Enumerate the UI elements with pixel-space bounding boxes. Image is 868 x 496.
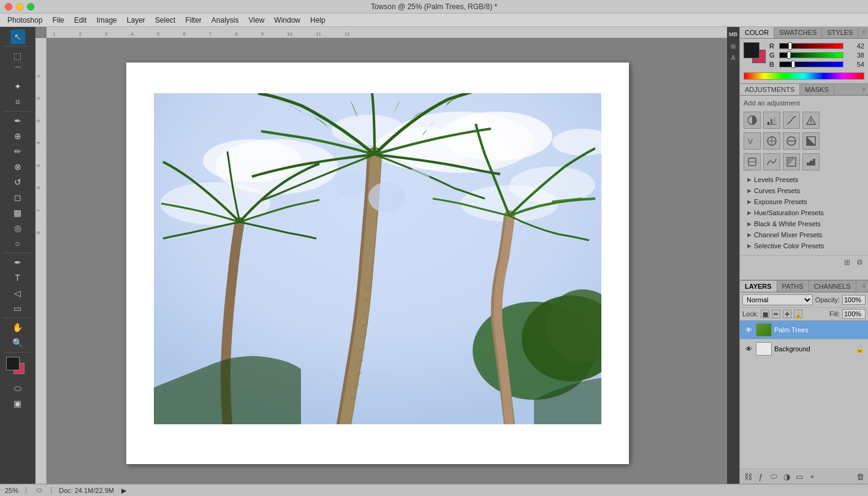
adj-brightness-contrast[interactable]	[744, 112, 761, 129]
adj-hue-sat[interactable]	[763, 132, 780, 150]
adj-black-white[interactable]	[802, 132, 820, 150]
tool-gradient[interactable]: ▦	[10, 205, 25, 220]
tab-styles[interactable]: STYLES	[822, 27, 858, 38]
tool-path-select[interactable]: ◁	[10, 286, 25, 300]
lock-position[interactable]: ✛	[783, 310, 791, 318]
menu-layer[interactable]: Layer	[122, 15, 150, 26]
tool-clone[interactable]: ⊗	[10, 159, 25, 174]
zoom-level[interactable]: 25%	[5, 487, 18, 494]
adj-link-icon[interactable]: ⊞	[842, 258, 852, 267]
layer-mask-btn[interactable]: ⬭	[768, 471, 779, 482]
layer-group-btn[interactable]: ▭	[794, 471, 805, 482]
layer-item-palm-trees[interactable]: 👁 Palm Trees	[740, 321, 868, 340]
tool-lasso[interactable]: ⌒	[10, 64, 25, 78]
r-slider-thumb[interactable]	[788, 42, 792, 50]
adj-channel-mixer[interactable]	[763, 153, 780, 170]
close-button[interactable]	[5, 3, 12, 10]
tab-adjustments[interactable]: ADJUSTMENTS	[740, 84, 800, 95]
tool-pen[interactable]: ✒	[10, 255, 25, 270]
status-proof-icon[interactable]: ⬭	[34, 486, 44, 495]
tool-dodge[interactable]: ○	[10, 236, 25, 251]
canvas-image[interactable]	[154, 93, 601, 424]
layer-style-btn[interactable]: ƒ	[755, 471, 766, 482]
fill-input[interactable]	[842, 309, 866, 319]
tab-color[interactable]: COLOR	[740, 27, 774, 38]
layer-delete-btn[interactable]: 🗑	[855, 471, 866, 482]
panel-icon-3[interactable]: A	[728, 53, 738, 63]
status-arrow-btn[interactable]: ▶	[121, 487, 129, 494]
panel-icon-2[interactable]: ⊞	[728, 41, 738, 51]
preset-levels[interactable]: ▶ Levels Presets	[744, 174, 864, 185]
tool-crop[interactable]: ⌗	[10, 94, 25, 109]
blend-mode-select[interactable]: Normal Multiply Screen	[742, 294, 813, 305]
menu-filter[interactable]: Filter	[180, 15, 207, 26]
tool-quick-select[interactable]: ✦	[10, 79, 25, 94]
g-slider-track[interactable]	[779, 52, 843, 58]
panel-options[interactable]: ≡	[858, 27, 868, 38]
preset-bw[interactable]: ▶ Black & White Presets	[744, 218, 864, 229]
maximize-button[interactable]	[27, 3, 34, 10]
tab-swatches[interactable]: SWATCHES	[774, 27, 822, 38]
tab-paths[interactable]: PATHS	[777, 281, 809, 292]
g-value[interactable]: 38	[846, 52, 864, 59]
tool-zoom[interactable]: 🔍	[10, 335, 25, 350]
lock-all[interactable]: 🔒	[794, 310, 802, 318]
menu-help[interactable]: Help	[305, 15, 330, 26]
tab-channels[interactable]: CHANNELS	[809, 281, 856, 292]
menu-file[interactable]: File	[47, 15, 69, 26]
adj-levels[interactable]	[763, 112, 780, 129]
preset-curves[interactable]: ▶ Curves Presets	[744, 185, 864, 196]
tool-quick-mask[interactable]: ⬭	[10, 381, 25, 395]
menu-view[interactable]: View	[244, 15, 270, 26]
tool-text[interactable]: T	[10, 270, 25, 285]
tool-history-brush[interactable]: ↺	[10, 175, 25, 189]
preset-exposure[interactable]: ▶ Exposure Presets	[744, 196, 864, 207]
menu-analysis[interactable]: Analysis	[207, 15, 244, 26]
foreground-swatch[interactable]	[744, 42, 760, 58]
menu-photoshop[interactable]: Photoshop	[2, 15, 47, 26]
adj-settings-icon[interactable]: ⚙	[855, 258, 864, 267]
adj-vibrance[interactable]: V	[744, 132, 761, 150]
menu-image[interactable]: Image	[91, 15, 121, 26]
preset-hue-sat[interactable]: ▶ Hue/Saturation Presets	[744, 207, 864, 218]
tool-brush[interactable]: ✏	[10, 144, 25, 159]
layer-visibility-palm-trees[interactable]: 👁	[744, 325, 753, 335]
b-value[interactable]: 54	[846, 61, 864, 68]
tool-marquee[interactable]: ⬚	[10, 48, 25, 63]
tool-move[interactable]: ↖	[10, 29, 25, 44]
tab-masks[interactable]: MASKS	[800, 84, 834, 95]
foreground-color-swatch[interactable]	[6, 357, 20, 370]
adj-invert[interactable]	[783, 153, 800, 170]
tool-screen-mode[interactable]: ▣	[10, 396, 25, 411]
g-slider-thumb[interactable]	[787, 52, 791, 59]
adj-color-balance[interactable]	[783, 132, 800, 150]
opacity-input[interactable]	[842, 295, 866, 305]
menu-window[interactable]: Window	[269, 15, 305, 26]
layer-adj-btn[interactable]: ◑	[781, 471, 792, 482]
adj-curves[interactable]	[783, 112, 800, 129]
b-slider-track[interactable]	[779, 61, 843, 67]
layer-new-btn[interactable]: +	[807, 471, 818, 482]
layer-item-background[interactable]: 👁 Background 🔒	[740, 340, 868, 359]
b-slider-thumb[interactable]	[791, 61, 795, 68]
preset-channel-mixer[interactable]: ▶ Channel Mixer Presets	[744, 229, 864, 240]
layers-panel-options[interactable]: ≡	[856, 281, 868, 292]
tool-spot-heal[interactable]: ⊕	[10, 129, 25, 143]
tool-eraser[interactable]: ◻	[10, 190, 25, 205]
adj-exposure[interactable]	[802, 112, 820, 129]
lock-image[interactable]: ✏	[772, 310, 780, 318]
tool-shape[interactable]: ▭	[10, 301, 25, 316]
tool-blur[interactable]: ◎	[10, 221, 25, 235]
panel-icon-1[interactable]: MB	[728, 29, 738, 39]
layer-visibility-background[interactable]: 👁	[744, 344, 753, 354]
adj-panel-options[interactable]: ≡	[834, 84, 868, 95]
preset-selective-color[interactable]: ▶ Selective Color Presets	[744, 240, 864, 251]
color-spectrum[interactable]	[744, 72, 864, 80]
menu-edit[interactable]: Edit	[69, 15, 92, 26]
adj-posterize[interactable]	[802, 153, 820, 170]
layer-link-btn[interactable]: ⛓	[742, 471, 753, 482]
tool-eyedropper[interactable]: ✒	[10, 113, 25, 128]
minimize-button[interactable]	[16, 3, 23, 10]
tool-hand[interactable]: ✋	[10, 320, 25, 335]
menu-select[interactable]: Select	[150, 15, 180, 26]
